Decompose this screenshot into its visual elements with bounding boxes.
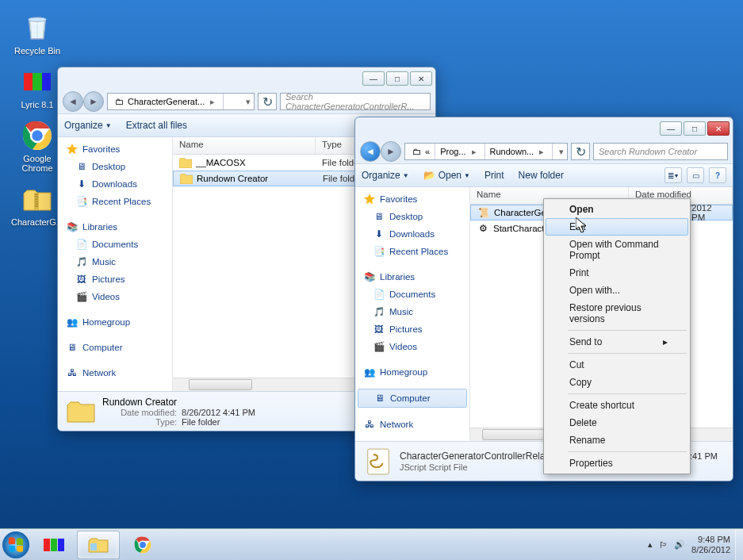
taskbar-chrome[interactable] — [121, 531, 164, 559]
nav-favorites[interactable]: Favorites — [58, 140, 172, 158]
tray-volume-icon[interactable]: 🔊 — [674, 539, 685, 550]
minimize-button[interactable]: — — [362, 71, 385, 86]
titlebar[interactable]: — □ ✕ — [355, 117, 733, 140]
tray-action-center-icon[interactable]: 🏳 — [659, 540, 668, 550]
address-bar[interactable]: 🗀« Prog...▸ Rundown...▸ ▾ — [404, 143, 568, 160]
refresh-button[interactable]: ↻ — [571, 143, 590, 160]
back-button[interactable]: ◄ — [63, 91, 83, 112]
ctxmenu-item-copy[interactable]: Copy — [546, 374, 688, 391]
nav-pictures[interactable]: 🖼Pictures — [58, 270, 172, 288]
music-icon: 🎵 — [75, 255, 88, 268]
nav-network[interactable]: 🖧Network — [58, 364, 172, 382]
taskbar-explorer[interactable] — [77, 531, 120, 559]
zip-folder-icon — [21, 182, 54, 216]
ctxmenu-item-edit[interactable]: Edit — [546, 218, 688, 236]
start-button[interactable] — [0, 529, 32, 561]
nav-documents[interactable]: 📄Documents — [355, 286, 469, 303]
system-tray[interactable]: ▴ 🏳 🔊 9:48 PM 8/26/2012 — [643, 535, 735, 554]
organize-menu[interactable]: Organize ▼ — [64, 120, 112, 131]
ctxmenu-item-send-to[interactable]: Send to▸ — [546, 333, 688, 351]
nav-desktop[interactable]: 🖥Desktop — [58, 158, 172, 175]
ctxmenu-item-create-shortcut[interactable]: Create shortcut — [546, 397, 688, 414]
taskbar[interactable]: ▴ 🏳 🔊 9:48 PM 8/26/2012 — [0, 528, 743, 560]
print-button[interactable]: Print — [484, 170, 504, 181]
documents-icon: 📄 — [75, 238, 88, 251]
nav-documents[interactable]: 📄Documents — [58, 236, 172, 253]
svg-point-9 — [2, 531, 29, 558]
nav-pictures[interactable]: 🖼Pictures — [355, 320, 469, 338]
nav-music[interactable]: 🎵Music — [58, 253, 172, 270]
ctxmenu-item-delete[interactable]: Delete — [546, 414, 688, 432]
nav-network[interactable]: 🖧Network — [355, 416, 469, 433]
folder-icon — [179, 156, 192, 169]
close-button[interactable]: ✕ — [410, 71, 432, 86]
address-bar[interactable]: 🗀CharacterGenerat...▸ ▾ — [107, 93, 255, 110]
music-icon: 🎵 — [373, 305, 385, 318]
maximize-button[interactable]: □ — [386, 71, 408, 86]
nav-downloads[interactable]: ⬇Downloads — [58, 175, 172, 193]
nav-homegroup[interactable]: 👥Homegroup — [355, 363, 469, 381]
forward-button[interactable]: ► — [83, 91, 104, 112]
desktop-icon: 🖥 — [75, 160, 88, 173]
open-menu[interactable]: 📂Open ▼ — [423, 169, 470, 182]
folder-thumb-icon — [66, 397, 96, 427]
nav-row: ◄ ► 🗀CharacterGenerat...▸ ▾ ↻ Search Cha… — [58, 90, 435, 113]
show-desktop-button[interactable] — [735, 529, 743, 561]
svg-rect-3 — [42, 73, 51, 90]
chrome-icon — [21, 119, 54, 152]
preview-pane-button[interactable]: ▭ — [687, 167, 704, 183]
ctxmenu-item-open[interactable]: Open — [546, 201, 688, 218]
context-menu[interactable]: OpenEditOpen with Command PromptPrintOpe… — [543, 198, 691, 474]
svg-point-0 — [29, 17, 47, 21]
view-menu[interactable]: ≣ ▼ — [664, 167, 682, 183]
col-name[interactable]: Name — [173, 137, 316, 154]
lyric-icon — [21, 65, 54, 98]
ctxmenu-item-properties[interactable]: Properties — [546, 455, 688, 472]
search-box[interactable]: Search CharacterGeneratorControllerR... — [280, 93, 431, 110]
ctxmenu-item-rename[interactable]: Rename — [546, 432, 688, 449]
titlebar[interactable]: — □ ✕ — [58, 67, 435, 90]
nav-videos[interactable]: 🎬Videos — [355, 338, 469, 355]
nav-recent-places[interactable]: 📑Recent Places — [355, 243, 469, 260]
navigation-pane[interactable]: Favorites 🖥Desktop ⬇Downloads 📑Recent Pl… — [355, 187, 470, 441]
maximize-button[interactable]: □ — [684, 121, 706, 136]
ctxmenu-item-restore-previous-versions[interactable]: Restore previous versions — [546, 299, 688, 328]
navigation-pane[interactable]: Favorites 🖥Desktop ⬇Downloads 📑Recent Pl… — [58, 137, 173, 391]
ctxmenu-item-cut[interactable]: Cut — [546, 356, 688, 374]
ctxmenu-item-open-with-[interactable]: Open with... — [546, 282, 688, 299]
tray-show-hidden-icon[interactable]: ▴ — [648, 539, 653, 550]
desktop-icon: 🖥 — [373, 210, 385, 223]
help-button[interactable]: ? — [709, 167, 726, 183]
taskbar-clock[interactable]: 9:48 PM 8/26/2012 — [691, 535, 730, 554]
nav-recent-places[interactable]: 📑Recent Places — [58, 193, 172, 210]
nav-libraries[interactable]: 📚Libraries — [58, 218, 172, 236]
ctxmenu-item-print[interactable]: Print — [546, 264, 688, 282]
recycle-bin-icon — [21, 11, 54, 44]
search-box[interactable]: Search Rundown Creator — [593, 143, 728, 160]
nav-desktop[interactable]: 🖥Desktop — [355, 208, 469, 225]
nav-favorites[interactable]: Favorites — [355, 190, 469, 208]
back-button[interactable]: ◄ — [360, 141, 381, 162]
computer-icon: 🖥 — [66, 341, 79, 354]
open-icon: 📂 — [423, 169, 436, 182]
taskbar-pinned-lyric[interactable] — [33, 531, 75, 559]
homegroup-icon: 👥 — [363, 366, 376, 378]
refresh-button[interactable]: ↻ — [258, 93, 277, 110]
nav-computer[interactable]: 🖥Computer — [58, 339, 172, 356]
ctxmenu-item-open-with-command-prompt[interactable]: Open with Command Prompt — [546, 236, 688, 264]
recent-icon: 📑 — [75, 195, 88, 208]
nav-computer[interactable]: 🖥Computer — [358, 389, 467, 408]
nav-downloads[interactable]: ⬇Downloads — [355, 225, 469, 243]
minimize-button[interactable]: — — [660, 121, 682, 136]
organize-menu[interactable]: Organize ▼ — [362, 170, 409, 181]
command-bar: Organize ▼ 📂Open ▼ Print New folder ≣ ▼ … — [355, 163, 733, 187]
desktop-icon-recycle-bin[interactable]: Recycle Bin — [10, 11, 65, 56]
close-button[interactable]: ✕ — [707, 121, 730, 136]
nav-music[interactable]: 🎵Music — [355, 303, 469, 320]
nav-homegroup[interactable]: 👥Homegroup — [58, 313, 172, 331]
nav-videos[interactable]: 🎬Videos — [58, 288, 172, 305]
extract-all-button[interactable]: Extract all files — [126, 120, 187, 131]
forward-button[interactable]: ► — [381, 141, 401, 162]
new-folder-button[interactable]: New folder — [519, 170, 564, 181]
nav-libraries[interactable]: 📚Libraries — [355, 268, 469, 286]
